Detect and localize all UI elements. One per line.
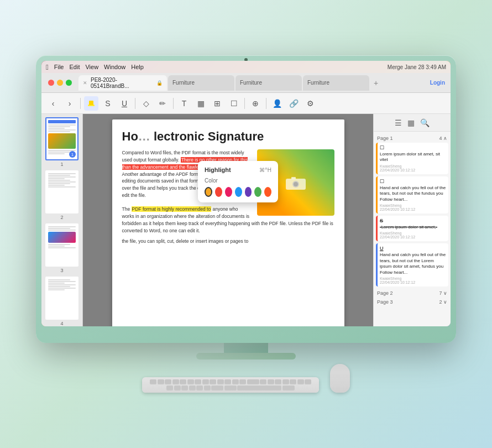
imac-stand-top	[224, 343, 268, 353]
pdf-highlighted-yellow: PDF format is highly recommended to	[132, 206, 212, 212]
underline-tool-button[interactable]: U	[117, 96, 132, 111]
forward-button[interactable]: ›	[62, 96, 77, 111]
login-button[interactable]: Login	[430, 80, 451, 86]
swatch-pink[interactable]	[225, 187, 232, 197]
comment-card-2[interactable]: ☐ Hand and catch you fell out of the tea…	[376, 176, 448, 213]
pdf-title-ellipsis: …	[138, 129, 150, 143]
table-tool-button[interactable]: ▦	[193, 96, 208, 111]
key	[189, 386, 196, 390]
thumb-page-4[interactable]: 4	[44, 277, 80, 326]
link-tool-button[interactable]: 🔗	[286, 96, 301, 111]
comment-card-3[interactable]: S -Lorem ipsum dolor sit amet,- KwaieShe…	[376, 216, 448, 241]
comment-1-date: 22/04/2020 10:12:12	[380, 168, 415, 172]
imac-wrapper:  File Edit View Window Help Merge Jane …	[36, 55, 456, 393]
pdf-title: Ho… lectronic Signature	[122, 129, 334, 144]
key	[195, 379, 201, 384]
comment-card-1[interactable]: ☐ Lorem ipsum dolor sit amet, sit vitet …	[376, 143, 448, 174]
pdf-page: Ho… lectronic Signature	[112, 119, 344, 326]
menu-file[interactable]: File	[54, 64, 64, 70]
key	[150, 379, 156, 384]
swatch-green[interactable]	[254, 187, 261, 197]
menu-edit[interactable]: Edit	[69, 64, 80, 70]
swatch-blue[interactable]	[235, 187, 242, 197]
comment-4-date: 22/04/2020 10:12:12	[380, 280, 415, 284]
highlight-popup: Highlight ⌘^H Color	[198, 161, 278, 202]
key	[180, 379, 186, 384]
imac-stand-base	[196, 353, 296, 360]
toolbar: ‹ › S U ◇ ✏ T ▦ ⊞	[41, 93, 451, 114]
back-button[interactable]: ‹	[46, 96, 60, 111]
thumb-page-2[interactable]: 2	[44, 170, 80, 220]
svg-rect-5	[291, 177, 296, 179]
minimize-button[interactable]	[57, 80, 63, 86]
zoom-tool-button[interactable]: ⊕	[248, 96, 263, 111]
maximize-button[interactable]	[66, 80, 72, 86]
menu-bar-left:  File Edit View Window Help	[46, 63, 144, 71]
key-cmd-left	[224, 386, 237, 390]
swatch-orange[interactable]	[205, 187, 212, 197]
key	[210, 379, 216, 384]
user-tool-button[interactable]: 👤	[270, 96, 284, 111]
comment-2-text: Hand and catch you fell out of the tears…	[380, 185, 446, 202]
key	[268, 379, 274, 384]
key	[187, 379, 194, 384]
pencil-tool-button[interactable]: ✏	[155, 96, 170, 111]
imac-screen-border:  File Edit View Window Help Merge Jane …	[36, 55, 456, 343]
tab-active[interactable]: ✕ PE8-2020-05141BrandB... 🔒	[78, 75, 167, 91]
add-tab-button[interactable]: +	[370, 77, 381, 88]
comments-list: Page 1 4 ∧ ☐ Lorem ipsum dolor sit amet,…	[374, 132, 451, 326]
title-bar: ✕ PE8-2020-05141BrandB... 🔒 Furniture Fu…	[41, 73, 451, 93]
menu-help[interactable]: Help	[131, 64, 144, 70]
mouse	[330, 364, 350, 393]
thumb-page-1[interactable]: 1 1	[44, 117, 80, 167]
popup-color-label: Color	[205, 178, 271, 184]
image-tool-button[interactable]: ⊞	[210, 96, 224, 111]
menu-bar:  File Edit View Window Help Merge Jane …	[41, 61, 451, 73]
popup-shortcut: ⌘^H	[259, 167, 271, 173]
key	[181, 386, 188, 390]
thumb-img-2[interactable]	[45, 170, 78, 213]
tab-3[interactable]: Furniture	[235, 75, 302, 91]
key	[290, 379, 296, 384]
settings-tool-button[interactable]: ⚙	[303, 96, 317, 111]
highlight-tool-button[interactable]	[84, 96, 98, 111]
tab-4-label: Furniture	[307, 80, 329, 86]
strikethrough-tool-button[interactable]: S	[101, 96, 115, 111]
key	[166, 386, 173, 390]
comment-4-icon: U	[380, 246, 446, 251]
thumb-img-3[interactable]	[45, 223, 78, 267]
comments-list-icon[interactable]: ☰	[395, 118, 402, 127]
checkbox-tool-button[interactable]: ☐	[227, 96, 241, 111]
thumb-img-4[interactable]	[45, 277, 78, 320]
separator-5	[266, 98, 266, 109]
comment-3-author: KwaieSheng	[380, 231, 401, 235]
text-tool-button[interactable]: T	[177, 96, 191, 111]
comments-search-icon[interactable]: 🔍	[420, 118, 430, 127]
apple-menu[interactable]: 	[46, 63, 49, 71]
swatch-red[interactable]	[215, 187, 222, 197]
page-1-text: Page 1	[377, 136, 393, 141]
key	[204, 386, 211, 390]
pdf-title-part2: lectronic Signature	[154, 129, 264, 143]
pdf-body-3: the file, you can split, cut, delete or …	[122, 238, 334, 245]
thumb-page-3[interactable]: 3	[44, 223, 80, 273]
comment-2-date: 22/04/2020 10:12:12	[380, 207, 415, 211]
key-wide	[211, 386, 223, 390]
close-button[interactable]	[48, 80, 54, 86]
tab-label: PE8-2020-05141BrandB...	[91, 77, 154, 89]
tab-bar: ✕ PE8-2020-05141BrandB... 🔒 Furniture Fu…	[78, 75, 430, 91]
color-swatches	[205, 187, 271, 197]
swatch-purple[interactable]	[245, 187, 252, 197]
menu-view[interactable]: View	[85, 64, 98, 70]
comments-grid-icon[interactable]: ▦	[407, 118, 415, 127]
tab-close-icon[interactable]: ✕	[83, 80, 87, 86]
macos-background:  File Edit View Window Help Merge Jane …	[41, 61, 451, 326]
app-window: ✕ PE8-2020-05141BrandB... 🔒 Furniture Fu…	[41, 73, 451, 326]
thumb-img-1[interactable]: 1	[45, 117, 78, 160]
tab-4[interactable]: Furniture	[303, 75, 369, 91]
menu-window[interactable]: Window	[104, 64, 125, 70]
comment-card-4[interactable]: U Hand and catch you fell out of the tea…	[376, 243, 448, 286]
swatch-deep-orange[interactable]	[264, 187, 271, 197]
shape-tool-button[interactable]: ◇	[139, 96, 153, 111]
tab-2[interactable]: Furniture	[168, 75, 234, 91]
